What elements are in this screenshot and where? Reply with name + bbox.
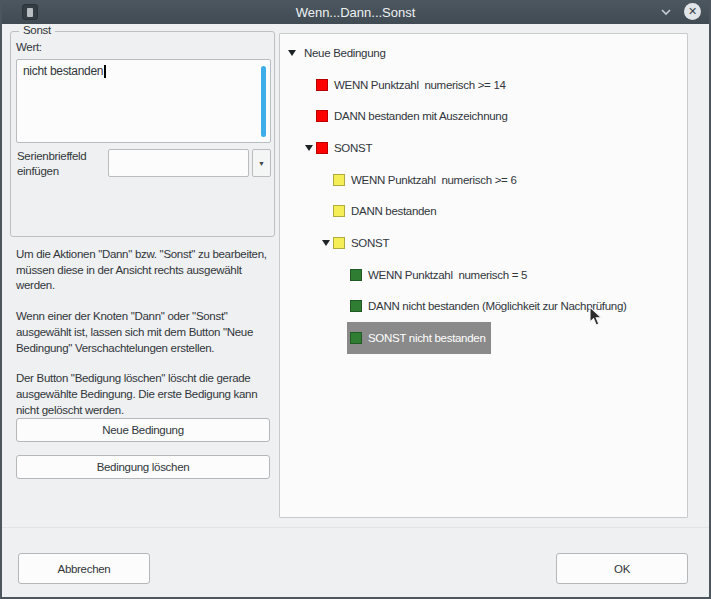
textbox-scrollbar[interactable] [261,66,266,137]
tree-item[interactable]: DANN bestanden mit Auszeichnung [280,100,687,132]
wert-textbox[interactable]: nicht bestanden [16,59,271,143]
help-paragraph: Um die Aktionen "Dann" bzw. "Sonst" zu b… [16,247,272,294]
ok-button[interactable]: OK [556,553,688,584]
tree-item[interactable]: Neue Bedingung [280,37,687,69]
help-text: Um die Aktionen "Dann" bzw. "Sonst" zu b… [16,247,272,433]
dropdown-arrow-icon: ▼ [258,160,265,167]
wert-label: Wert: [16,41,42,53]
tree-item-label: DANN bestanden mit Auszeichnung [334,110,508,122]
tree-item-label: WENN Punktzahl numerisch >= 14 [334,79,506,91]
delete-condition-button[interactable]: Bedingung löschen [16,455,270,479]
tree-item-content[interactable]: WENN Punktzahl numerisch = 5 [347,259,532,291]
red-square-icon [316,142,328,154]
tree-item[interactable]: SONST nicht bestanden [280,322,687,354]
tree-item-label: SONST nicht bestanden [368,332,486,344]
red-square-icon [316,110,328,122]
help-paragraph: Wenn einer der Knoten "Dann" oder "Sonst… [16,309,272,356]
titlebar[interactable]: Wenn...Dann...Sonst ✕ [0,0,711,24]
tree-item-label: Neue Bedingung [304,47,385,59]
tree-item-label: SONST [334,142,372,154]
condition-tree[interactable]: Neue BedingungWENN Punktzahl numerisch >… [279,33,688,518]
mergefield-dropdown-button[interactable]: ▼ [252,149,271,177]
tree-item[interactable]: SONST [280,132,687,164]
wenn-dann-sonst-dialog: Wenn...Dann...Sonst ✕ Sonst Wert: nicht … [0,0,711,599]
tree-item[interactable]: WENN Punktzahl numerisch = 5 [280,259,687,291]
chevron-down-icon[interactable] [659,5,673,19]
new-condition-button[interactable]: Neue Bedingung [16,418,270,442]
tree-item-content[interactable]: Neue Bedingung [296,37,390,69]
help-paragraph: Der Button "Bedigung löschen" löscht die… [16,371,272,418]
yellow-square-icon [333,174,345,186]
tree-item-label: DANN bestanden [351,205,436,217]
tree-item[interactable]: DANN bestanden [280,195,687,227]
tree-item-content[interactable]: WENN Punktzahl numerisch >= 6 [330,164,522,196]
tree-item-content[interactable]: SONST [313,132,377,164]
tree-item[interactable]: SONST [280,227,687,259]
text-caret [104,65,106,78]
tree-item-content[interactable]: SONST [330,227,394,259]
tree-item-content[interactable]: DANN bestanden [330,195,441,227]
mergefield-label: Serienbrieffeld einfügen [17,149,105,179]
window-title: Wenn...Dann...Sonst [0,5,711,20]
tree-item-selected[interactable]: SONST nicht bestanden [347,322,491,354]
tree-item-label: WENN Punktzahl numerisch = 5 [368,269,527,281]
green-square-icon [350,269,362,281]
green-square-icon [350,332,362,344]
tree-item-label: WENN Punktzahl numerisch >= 6 [351,174,517,186]
mergefield-combobox-input[interactable] [108,149,249,177]
tree-item-label: SONST [351,237,389,249]
groupbox-legend: Sonst [19,24,55,36]
mouse-cursor-icon [589,306,603,327]
yellow-square-icon [333,237,345,249]
cancel-button[interactable]: Abbrechen [18,553,150,584]
tree-item[interactable]: WENN Punktzahl numerisch >= 6 [280,164,687,196]
tree-item-content[interactable]: DANN bestanden mit Auszeichnung [313,100,513,132]
tree-item-content[interactable]: WENN Punktzahl numerisch >= 14 [313,69,511,101]
tree-item[interactable]: WENN Punktzahl numerisch >= 14 [280,69,687,101]
tree-item-label: DANN nicht bestanden (Möglichkeit zur Na… [368,300,627,312]
sonst-groupbox: Sonst Wert: nicht bestanden Serienbrieff… [10,31,275,237]
green-square-icon [350,300,362,312]
tree-item[interactable]: DANN nicht bestanden (Möglichkeit zur Na… [280,291,687,323]
red-square-icon [316,79,328,91]
footer-separator [2,527,709,528]
yellow-square-icon [333,205,345,217]
wert-value: nicht bestanden [23,64,103,78]
close-icon[interactable]: ✕ [684,3,701,20]
